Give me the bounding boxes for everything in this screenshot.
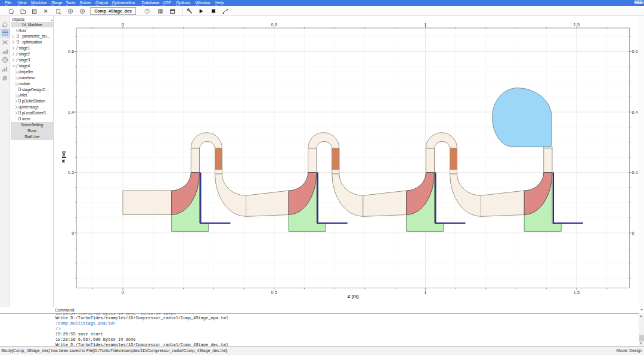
svg-text:Z [m]: Z [m] <box>348 294 359 299</box>
svg-text:0: 0 <box>122 289 124 295</box>
svg-text:0.4: 0.4 <box>632 110 638 115</box>
svg-text:0.6: 0.6 <box>632 49 638 54</box>
svg-text:0: 0 <box>72 231 74 236</box>
svg-text:0.5: 0.5 <box>271 22 277 27</box>
svg-text:R [m]: R [m] <box>61 151 66 163</box>
svg-text:0.4: 0.4 <box>68 110 74 115</box>
svg-text:1.5: 1.5 <box>574 289 580 295</box>
svg-text:1.5: 1.5 <box>574 22 580 27</box>
svg-text:1: 1 <box>424 22 426 27</box>
svg-text:0.6: 0.6 <box>68 49 74 54</box>
svg-text:?: ? <box>146 9 148 13</box>
svg-text:0.5: 0.5 <box>271 289 277 295</box>
svg-text:0.2: 0.2 <box>632 170 638 175</box>
svg-text:0.2: 0.2 <box>68 170 74 175</box>
svg-text:0: 0 <box>122 22 124 27</box>
svg-text:1: 1 <box>424 289 426 295</box>
svg-text:0: 0 <box>632 231 634 236</box>
